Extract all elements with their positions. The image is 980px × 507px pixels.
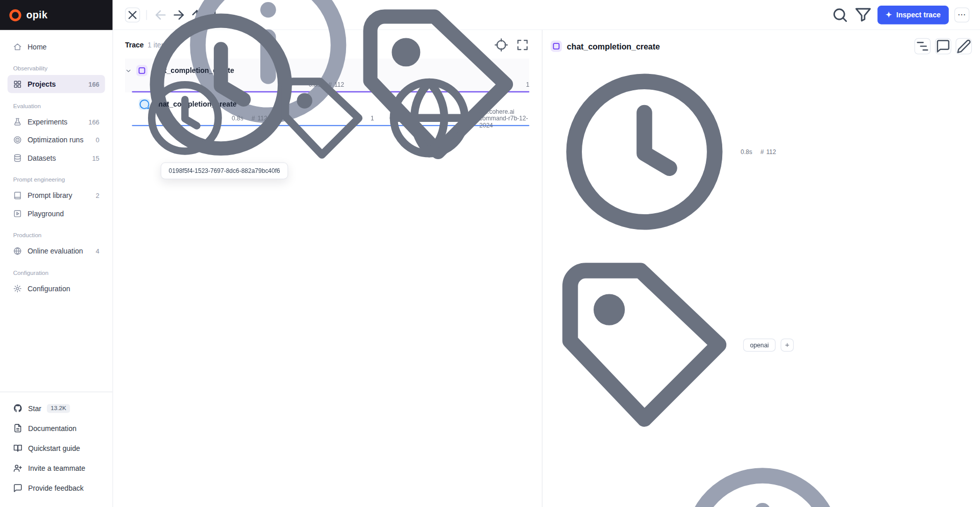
model-name: api.cohere.ai command-r7b-12-2024 (382, 71, 530, 166)
sidebar-item-prompt-library[interactable]: Prompt library2 (8, 186, 105, 205)
app-window: opik HomeObservabilityProjects166Evaluat… (0, 0, 980, 507)
search-icon (831, 6, 849, 23)
footer-link-quickstart-guide[interactable]: Quickstart guide (8, 438, 105, 458)
sidebar-item-datasets[interactable]: Datasets15 (8, 148, 105, 167)
sidebar-item-count: 0 (96, 136, 100, 143)
detail-actions (914, 38, 972, 55)
hash-icon: # (761, 148, 764, 155)
tag-count: 1 (275, 72, 374, 165)
logo[interactable]: opik (0, 0, 112, 30)
tag-chip-openai[interactable]: openai (743, 338, 776, 351)
sidebar-item-count: 2 (96, 191, 100, 199)
github-star-button[interactable]: Star 13.2K (8, 398, 105, 418)
token-count-value: 112 (257, 115, 267, 121)
footer-link-provide-feedback[interactable]: Provide feedback (8, 478, 105, 498)
more-icon: ⋯ (958, 11, 966, 19)
trace-panel: Trace 1 items chat_completion_create0.8s… (113, 30, 543, 507)
sidebar-footer-links: DocumentationQuickstart guideInvite a te… (8, 418, 105, 498)
view-waterfall-button[interactable] (914, 38, 930, 55)
edit-button[interactable] (955, 38, 972, 55)
tab-metadata[interactable]: Metadata (873, 447, 903, 507)
sidebar-item-configuration[interactable]: Configuration (8, 279, 105, 297)
sidebar-item-count: 4 (96, 247, 100, 255)
detail-header: chat_completion_create (551, 39, 972, 54)
globe-icon (13, 246, 22, 255)
search-button[interactable] (831, 6, 849, 23)
sidebar-item-experiments[interactable]: Experiments166 (8, 112, 105, 131)
duration: 0.8s (141, 74, 243, 163)
chevron-down-icon[interactable] (125, 67, 132, 74)
trace-row-meta: 0.8s#1121api.cohere.ai command-r7b-12-20… (141, 112, 530, 123)
sidebar-section-label: Configuration (8, 269, 105, 276)
filter-button[interactable] (854, 6, 872, 23)
sidebar-item-count: 166 (88, 80, 99, 88)
footer-link-label: Documentation (28, 424, 77, 432)
topbar-actions: ✦ Inspect trace ⋯ (831, 5, 970, 24)
tag-count-value: 1 (371, 115, 374, 121)
footer-link-label: Invite a teammate (28, 465, 85, 472)
hash-icon: # (252, 115, 255, 121)
sidebar-item-optimization-runs[interactable]: Optimization runs0 (8, 131, 105, 149)
sidebar-item-label: Playground (28, 210, 64, 217)
opik-logo-icon (9, 9, 21, 21)
sidebar: opik HomeObservabilityProjects166Evaluat… (0, 0, 113, 507)
sidebar-nav: HomeObservabilityProjects166EvaluationEx… (0, 30, 112, 392)
globe-icon (382, 71, 477, 166)
sidebar-section-label: Evaluation (8, 103, 105, 109)
trace-type-icon (551, 41, 562, 52)
trace-id-tooltip: 0198f5f4-1523-7697-8dc6-882a79bc40f6 (161, 162, 288, 179)
sidebar-footer: Star 13.2K DocumentationQuickstart guide… (0, 392, 112, 507)
file-text-icon (13, 424, 22, 433)
funnel-icon (854, 6, 872, 23)
more-button[interactable]: ⋯ (954, 7, 969, 22)
waterfall-icon (915, 39, 930, 54)
star-count-badge: 13.2K (47, 404, 70, 413)
info-icon (669, 452, 856, 507)
grid-icon (13, 80, 22, 88)
sidebar-item-projects[interactable]: Projects166 (8, 75, 105, 93)
tab-input-output[interactable]: Input/Output (551, 447, 594, 507)
trace-row-chat-completion-create[interactable]: chat_completion_create0.8s#1121api.coher… (125, 92, 529, 126)
sidebar-item-label: Projects (28, 80, 56, 88)
model-name-value: api.cohere.ai command-r7b-12-2024 (479, 108, 529, 128)
sidebar-item-online-evaluation[interactable]: Online evaluation4 (8, 242, 105, 260)
footer-link-label: Quickstart guide (28, 445, 80, 452)
content: Trace 1 items chat_completion_create0.8s… (113, 30, 980, 507)
clock-icon (141, 74, 230, 163)
inspect-trace-label: Inspect trace (896, 11, 941, 18)
database-icon (13, 154, 22, 162)
tag-icon (275, 72, 368, 165)
sidebar-item-label: Experiments (28, 118, 67, 125)
message-icon (13, 484, 22, 493)
comments-button[interactable] (935, 38, 951, 55)
sidebar-section-label: Production (8, 232, 105, 238)
tab-feedback-scores[interactable]: Feedback scores (610, 447, 856, 507)
sidebar-item-playground[interactable]: Playground (8, 204, 105, 222)
inspect-trace-button[interactable]: ✦ Inspect trace (877, 5, 949, 24)
flask-icon (13, 117, 22, 126)
footer-link-label: Provide feedback (28, 485, 84, 492)
github-icon (13, 403, 22, 413)
main-area: ✦ Inspect trace ⋯ Trace 1 items (113, 0, 980, 507)
detail-panel: chat_completion_create 0.8s # 112 (543, 30, 980, 507)
logo-text: opik (26, 9, 47, 20)
duration-value: 0.8s (232, 115, 243, 121)
duration-meta: 0.8s (551, 58, 752, 245)
sidebar-section-label: Observability (8, 65, 105, 71)
sidebar-item-count: 15 (92, 154, 99, 162)
star-label: Star (28, 404, 41, 412)
sidebar-item-label: Optimization runs (28, 136, 84, 143)
token-count: #112 (252, 115, 267, 121)
footer-link-documentation[interactable]: Documentation (8, 418, 105, 438)
trace-glyph-icon (551, 41, 562, 52)
sidebar-item-home[interactable]: Home (8, 37, 105, 56)
gear-icon (13, 284, 22, 293)
footer-link-invite-a-teammate[interactable]: Invite a teammate (8, 459, 105, 478)
tag-icon (551, 251, 738, 438)
sidebar-item-label: Configuration (28, 285, 70, 292)
book-icon (13, 191, 22, 199)
sidebar-item-label: Online evaluation (28, 247, 83, 255)
token-count-meta: # 112 (761, 148, 776, 155)
add-tag-button[interactable]: + (780, 338, 794, 351)
comment-icon (936, 39, 950, 54)
